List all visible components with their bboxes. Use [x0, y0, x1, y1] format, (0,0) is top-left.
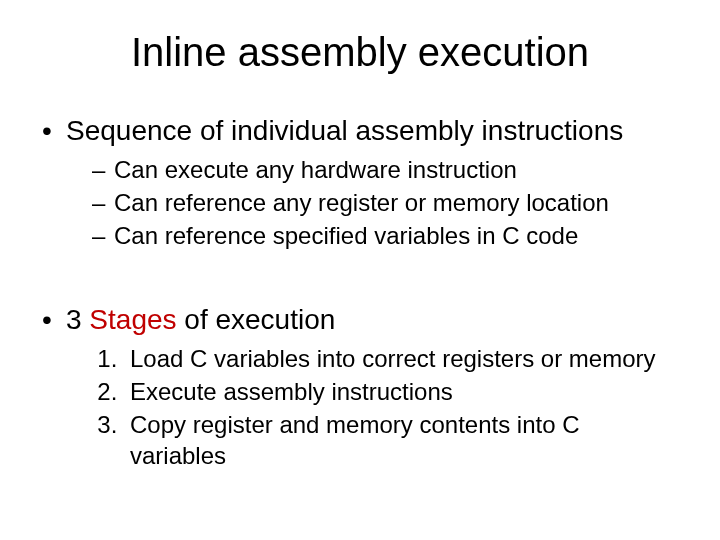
- bullet-text-prefix: 3: [66, 304, 89, 335]
- sub-item: Can execute any hardware instruction: [92, 154, 680, 185]
- slide: Inline assembly execution Sequence of in…: [0, 0, 720, 540]
- bullet-list: Sequence of individual assembly instruct…: [40, 113, 680, 252]
- spacer: [40, 256, 680, 302]
- bullet-list: 3 Stages of execution Load C variables i…: [40, 302, 680, 472]
- sub-item: Can reference any register or memory loc…: [92, 187, 680, 218]
- bullet-text: Sequence of individual assembly instruct…: [66, 115, 623, 146]
- bullet-text-suffix: of execution: [177, 304, 336, 335]
- sub-num-item: Load C variables into correct registers …: [124, 343, 680, 374]
- sub-item: Can reference specified variables in C c…: [92, 220, 680, 251]
- sub-list: Can execute any hardware instruction Can…: [66, 154, 680, 252]
- bullet-item: Sequence of individual assembly instruct…: [42, 113, 680, 252]
- slide-title: Inline assembly execution: [40, 30, 680, 75]
- sub-numbered-list: Load C variables into correct registers …: [66, 343, 680, 472]
- bullet-text-red: Stages: [89, 304, 176, 335]
- bullet-item: 3 Stages of execution Load C variables i…: [42, 302, 680, 472]
- sub-num-item: Execute assembly instructions: [124, 376, 680, 407]
- sub-num-item: Copy register and memory contents into C…: [124, 409, 680, 471]
